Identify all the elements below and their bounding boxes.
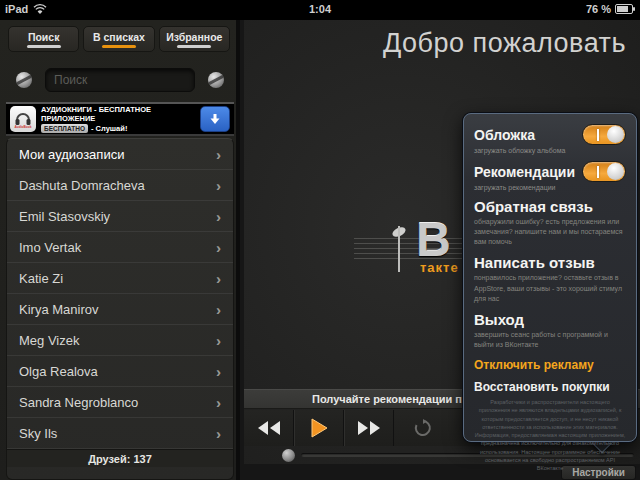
tab-underline xyxy=(177,45,211,48)
disc-icon-right[interactable] xyxy=(208,72,224,88)
banner-title: АУДИОКНИГИ - БЕСПЛАТНОЕ ПРИЛОЖЕНИЕ xyxy=(41,105,195,124)
ad-banner[interactable]: AudioBook АУДИОКНИГИ - БЕСПЛАТНОЕ ПРИЛОЖ… xyxy=(6,102,234,136)
logo-word: такте xyxy=(420,260,459,275)
search-row xyxy=(0,62,240,98)
chevron-right-icon: › xyxy=(216,146,221,163)
logout-description: завершить сеанс работы с программой и вы… xyxy=(474,330,626,350)
tab-underline-active xyxy=(102,45,136,48)
settings-popover: Обложка загружать обложку альбома Рекоме… xyxy=(463,113,637,442)
write-review-action[interactable]: Написать отзыв xyxy=(474,254,626,271)
download-arrow-icon xyxy=(209,113,221,126)
audiobook-app-icon: AudioBook xyxy=(10,106,36,132)
restore-purchases-link[interactable]: Восстановить покупки xyxy=(474,380,626,394)
list-item-label: Olga Realova xyxy=(19,364,98,379)
play-button[interactable] xyxy=(294,410,344,446)
list-item[interactable]: Katie Zi › xyxy=(7,263,233,294)
list-item-label: Katie Zi xyxy=(19,271,63,286)
list-item[interactable]: Sandra Negroblanco › xyxy=(7,387,233,418)
friends-count: Друзей: 137 xyxy=(7,449,233,467)
list-item-label: Emil Stasovskiy xyxy=(19,209,110,224)
recommendations-setting-note: загружать рекомендации xyxy=(474,184,626,191)
forward-button[interactable] xyxy=(344,410,394,446)
banner-tagline: - Слушай! xyxy=(91,124,127,133)
list-item-label: Sandra Negroblanco xyxy=(19,395,138,410)
repeat-icon xyxy=(414,419,432,437)
list-item[interactable]: Meg Vizek › xyxy=(7,325,233,356)
disable-ads-link[interactable]: Отключить рекламу xyxy=(474,358,626,372)
list-item-label: Kirya Manirov xyxy=(19,302,98,317)
tab-in-lists-label: В списках xyxy=(93,31,145,43)
download-button[interactable] xyxy=(200,106,230,132)
logout-action[interactable]: Выход xyxy=(474,311,626,328)
disc-icon-left[interactable] xyxy=(16,72,32,88)
recommendations-setting-label: Рекомендации xyxy=(474,164,575,180)
play-icon xyxy=(310,418,328,438)
app-root: iPad 1:04 76 % xyxy=(0,0,640,480)
tab-search-label: Поиск xyxy=(28,31,60,43)
logo-letter: В xyxy=(416,212,451,267)
list-item-my-audio[interactable]: Мои аудиозаписи › xyxy=(7,139,233,170)
friends-list: Мои аудиозаписи › Dashuta Domracheva › E… xyxy=(6,138,234,480)
battery-percent: 76 % xyxy=(586,3,611,15)
clock: 1:04 xyxy=(0,3,640,15)
chevron-right-icon: › xyxy=(216,425,221,442)
tab-favorites-label: Избранное xyxy=(166,31,222,43)
banner-text: АУДИОКНИГИ - БЕСПЛАТНОЕ ПРИЛОЖЕНИЕ БЕСПЛ… xyxy=(36,105,200,134)
list-item[interactable]: Sky Ils › xyxy=(7,418,233,449)
sidebar-tabs: Поиск В списках Избранное xyxy=(8,26,230,52)
write-review-description: понравилось приложение? оставьте отзыв в… xyxy=(474,273,626,303)
recommendations-toggle[interactable] xyxy=(582,161,626,182)
list-item[interactable]: Dashuta Domracheva › xyxy=(7,170,233,201)
feedback-description: обнаружили ошибку? есть предложения или … xyxy=(474,217,626,247)
page-title: Добро пожаловать xyxy=(383,28,626,59)
chevron-right-icon: › xyxy=(216,270,221,287)
chevron-right-icon: › xyxy=(216,177,221,194)
legal-disclaimer: Разработчики и распространители настояще… xyxy=(474,398,626,472)
feedback-action[interactable]: Обратная связь xyxy=(474,198,626,215)
rewind-icon xyxy=(257,420,281,436)
cover-setting-note: загружать обложку альбома xyxy=(474,147,626,154)
list-item[interactable]: Emil Stasovskiy › xyxy=(7,201,233,232)
status-bar: iPad 1:04 76 % xyxy=(0,0,640,20)
list-item[interactable]: Imo Vertak › xyxy=(7,232,233,263)
list-item-label: Мои аудиозаписи xyxy=(19,147,124,162)
fast-forward-icon xyxy=(357,420,381,436)
list-item[interactable]: Kirya Manirov › xyxy=(7,294,233,325)
chevron-right-icon: › xyxy=(216,394,221,411)
search-input[interactable] xyxy=(45,68,195,92)
volume-slider-knob[interactable] xyxy=(282,449,295,462)
list-item[interactable]: Olga Realova › xyxy=(7,356,233,387)
list-item-label: Imo Vertak xyxy=(19,240,81,255)
free-badge: БЕСПЛАТНО xyxy=(41,124,88,133)
tab-in-lists[interactable]: В списках xyxy=(83,26,154,52)
svg-text:AudioBook: AudioBook xyxy=(15,125,32,129)
tab-underline xyxy=(27,45,61,48)
chevron-right-icon: › xyxy=(216,363,221,380)
battery-icon xyxy=(615,4,635,14)
tab-search[interactable]: Поиск xyxy=(8,26,79,52)
list-item-label: Meg Vizek xyxy=(19,333,79,348)
rewind-button[interactable] xyxy=(244,410,294,446)
repeat-button[interactable] xyxy=(398,410,448,446)
chevron-right-icon: › xyxy=(216,208,221,225)
chevron-right-icon: › xyxy=(216,332,221,349)
cover-setting-label: Обложка xyxy=(474,127,535,143)
chevron-right-icon: › xyxy=(216,301,221,318)
cover-toggle[interactable] xyxy=(582,124,626,145)
list-item-label: Sky Ils xyxy=(19,426,57,441)
tab-favorites[interactable]: Избранное xyxy=(159,26,230,52)
list-item-label: Dashuta Domracheva xyxy=(19,178,145,193)
sidebar: Поиск В списках Избранное xyxy=(0,20,240,480)
chevron-right-icon: › xyxy=(216,239,221,256)
